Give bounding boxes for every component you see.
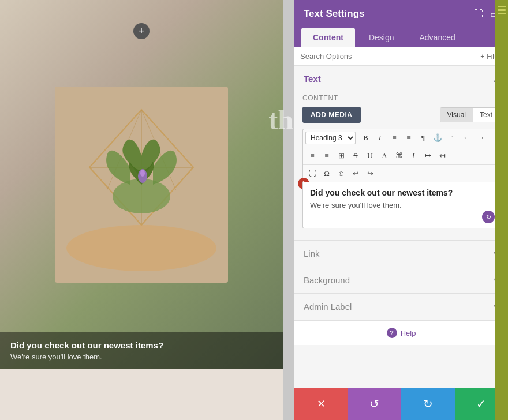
emoji-button[interactable]: ☺	[334, 167, 348, 181]
background-section: Background ∨	[294, 267, 508, 294]
fullscreen-button[interactable]: ⛶	[305, 167, 319, 181]
panel-header: Text Settings ⛶ ▭	[294, 0, 508, 28]
italic-button[interactable]: I	[373, 131, 387, 145]
bold-button[interactable]: B	[358, 131, 372, 145]
text-section-header[interactable]: Text ∧	[294, 66, 508, 92]
heading-select[interactable]: Heading 3 Heading 1 Heading 2 Heading 4 …	[305, 132, 356, 144]
expand-icon[interactable]: ⛶	[474, 9, 483, 20]
edge-line-1	[498, 6, 506, 7]
link-button[interactable]: ⚓	[431, 131, 444, 145]
omega-button[interactable]: Ω	[320, 167, 334, 181]
canvas-overflow-text: th	[268, 104, 293, 136]
text-section-content: Content ADD MEDIA Visual Text Heading 3	[294, 92, 508, 240]
indent-button[interactable]: ↦	[421, 149, 435, 163]
help-icon: ?	[387, 328, 397, 338]
quote-button[interactable]: "	[445, 131, 459, 145]
ordered-list-button[interactable]: ≡	[402, 131, 416, 145]
italic2-button[interactable]: I	[406, 149, 420, 163]
link-section-header[interactable]: Link ∨	[294, 241, 508, 267]
visual-text-toggle: Visual Text	[440, 107, 500, 122]
add-block-button[interactable]: +	[133, 23, 150, 39]
redo-icon: ↻	[423, 397, 433, 411]
caption-title: Did you check out our newest items?	[10, 340, 272, 350]
admin-label-header[interactable]: Admin Label ∨	[294, 294, 508, 320]
content-label: Content	[302, 94, 500, 102]
canvas-area: +	[0, 0, 283, 420]
underline-button[interactable]: U	[363, 149, 377, 163]
redo-button[interactable]: ↻	[401, 388, 455, 420]
align-left2-button[interactable]: ≡	[305, 149, 319, 163]
align-right-button[interactable]: →	[474, 131, 488, 145]
search-bar: + Filter	[294, 47, 508, 66]
tab-content[interactable]: Content	[301, 28, 355, 47]
blockquote-button[interactable]: ¶	[416, 131, 430, 145]
help-link[interactable]: Help	[401, 329, 416, 337]
undo-editor-button[interactable]: ↩	[349, 167, 363, 181]
align-left-button[interactable]: ←	[460, 131, 473, 145]
cancel-icon: ✕	[317, 397, 326, 410]
cancel-button[interactable]: ✕	[294, 388, 348, 420]
action-bar: ✕ ↺ ↻ ✓	[294, 388, 508, 420]
editor-bold-text: Did you check out our newest items?	[310, 188, 492, 197]
toolbar-row-3: ⛶ Ω ☺ ↩ ↪	[303, 165, 499, 182]
background-section-header[interactable]: Background ∨	[294, 267, 508, 293]
editor-sub-text: We're sure you'll love them.	[310, 201, 492, 209]
font-color-button[interactable]: A	[378, 149, 391, 163]
panel-title: Text Settings	[304, 8, 364, 20]
svg-point-13	[140, 170, 145, 177]
svg-point-1	[66, 225, 216, 271]
unordered-list-button[interactable]: ≡	[387, 131, 401, 145]
admin-label-title: Admin Label	[304, 302, 352, 312]
edge-line-2	[498, 9, 506, 11]
media-row: ADD MEDIA Visual Text	[302, 107, 500, 123]
admin-label-section: Admin Label ∨	[294, 294, 508, 320]
undo-button[interactable]: ↺	[348, 388, 402, 420]
align-center-button[interactable]: ≡	[320, 149, 334, 163]
settings-panel: Text Settings ⛶ ▭ Content Design Advance…	[294, 0, 508, 420]
paste-button[interactable]: ⌘	[392, 149, 406, 163]
canvas-caption: Did you check out our newest items? We'r…	[0, 332, 283, 369]
editor-content[interactable]: Did you check out our newest items? We'r…	[302, 182, 500, 228]
canvas-image: +	[0, 0, 283, 369]
add-media-button[interactable]: ADD MEDIA	[302, 107, 361, 123]
editor-toolbar: Heading 3 Heading 1 Heading 2 Heading 4 …	[302, 129, 500, 182]
search-input[interactable]	[300, 52, 480, 61]
link-section: Link ∨	[294, 241, 508, 267]
text-section-title: Text	[304, 74, 321, 84]
save-icon: ✓	[476, 397, 486, 411]
editor-wrapper: 1 Did you check out our newest items? We…	[302, 182, 500, 228]
link-section-title: Link	[304, 249, 320, 258]
right-edge-decoration	[495, 0, 508, 420]
outdent-button[interactable]: ↤	[435, 149, 449, 163]
undo-icon: ↺	[369, 397, 379, 411]
toolbar-row-2: ≡ ≡ ⊞ S U A ⌘ I ↦ ↤	[303, 147, 499, 165]
caption-subtitle: We're sure you'll love them.	[10, 352, 272, 361]
tab-advanced[interactable]: Advanced	[408, 28, 466, 47]
refresh-icon[interactable]: ↻	[482, 211, 495, 223]
panel-footer: ? Help	[294, 320, 508, 345]
visual-button[interactable]: Visual	[440, 108, 473, 122]
tabs-bar: Content Design Advanced	[294, 28, 508, 47]
strikethrough-button[interactable]: S	[349, 149, 363, 163]
plant-illustration	[55, 87, 228, 283]
toolbar-row-1: Heading 3 Heading 1 Heading 2 Heading 4 …	[303, 129, 499, 147]
redo-editor-button[interactable]: ↪	[363, 167, 377, 181]
table-button[interactable]: ⊞	[334, 149, 348, 163]
panel-body: Text ∧ Content ADD MEDIA Visual Text	[294, 66, 508, 420]
text-section: Text ∧ Content ADD MEDIA Visual Text	[294, 66, 508, 241]
tab-design[interactable]: Design	[357, 28, 406, 47]
filter-icon: +	[480, 52, 484, 61]
edge-line-3	[498, 13, 506, 14]
background-section-title: Background	[304, 275, 350, 285]
